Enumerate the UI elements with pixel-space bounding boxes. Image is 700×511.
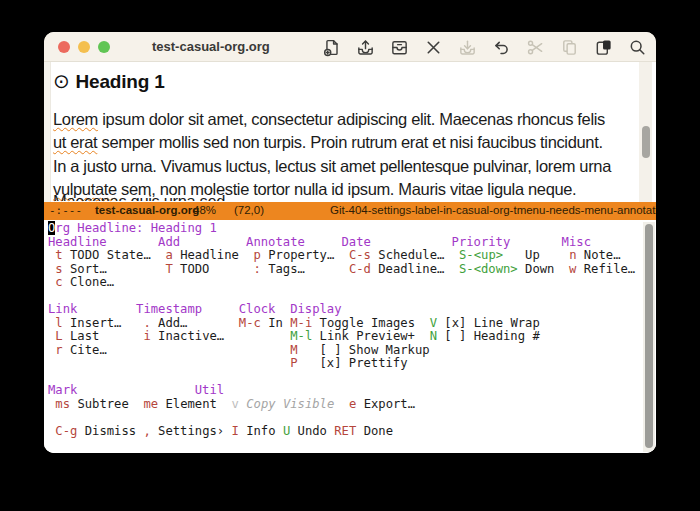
paste-icon[interactable] — [593, 37, 614, 58]
text-spacer — [151, 329, 158, 343]
text-spacer — [290, 424, 297, 438]
menu-line — [44, 411, 656, 425]
undo-icon[interactable] — [491, 37, 512, 58]
open-file-icon[interactable] — [355, 37, 376, 58]
key-cite[interactable]: r — [55, 343, 62, 357]
cut-icon — [525, 37, 546, 58]
clipped-body-line: Maecenas quis urna sed — [53, 193, 225, 201]
group-headers-2: Link Timestamp Clock Display — [48, 302, 342, 316]
label-line-wrap: [x] Line Wrap — [444, 316, 539, 330]
group-headers-3: Mark Util — [48, 383, 224, 397]
label-link-preview: Link Preview+ — [320, 329, 415, 343]
key-clone[interactable]: c — [55, 275, 62, 289]
zoom-window-button[interactable] — [98, 41, 110, 53]
key-property[interactable]: p — [254, 248, 261, 262]
key-priority-down[interactable]: S-<down> — [459, 262, 518, 276]
save-icon[interactable] — [389, 37, 410, 58]
key-priority-up[interactable]: S-<up> — [459, 248, 503, 262]
text-spacer — [121, 316, 143, 330]
body-text: In a justo urna. Vivamus luctus, lectus … — [53, 157, 611, 175]
echo-area — [44, 440, 656, 453]
label-note: Note… — [584, 248, 621, 262]
emacs-window: test-casual-org.org — [44, 32, 656, 453]
text-spacer — [540, 248, 569, 262]
key-heading-number[interactable]: N — [430, 329, 437, 343]
key-tags[interactable]: : — [254, 262, 261, 276]
text-spacer — [503, 248, 525, 262]
label-undo: Undo — [298, 424, 327, 438]
save-as-icon — [457, 37, 478, 58]
key-info[interactable]: I — [232, 424, 239, 438]
text-spacer — [63, 248, 70, 262]
modeline-buffer-name[interactable]: test-casual-org.org — [95, 204, 199, 216]
label-dismiss: Dismiss — [85, 424, 136, 438]
text-spacer — [77, 424, 84, 438]
label-sort: Sort… — [70, 262, 107, 276]
menu-line — [44, 371, 656, 385]
label-prettify: [x] Prettify — [320, 356, 408, 370]
key-schedule[interactable]: C-s — [349, 248, 371, 262]
key-last-link[interactable]: L — [55, 329, 62, 343]
label-last-link: Last — [70, 329, 99, 343]
text-spacer — [356, 397, 363, 411]
key-add-todo[interactable]: T — [165, 262, 172, 276]
close-window-button[interactable] — [58, 41, 70, 53]
label-copy-visible: Copy Visible — [246, 397, 334, 411]
key-show-markup[interactable]: M — [290, 343, 297, 357]
key-todo-state[interactable]: t — [55, 248, 62, 262]
menu-line: Org Headline: Heading 1 — [44, 222, 656, 236]
document-scrollbar-thumb[interactable] — [642, 126, 650, 158]
key-timestamp-add[interactable]: . — [143, 316, 150, 330]
text-spacer — [151, 424, 158, 438]
label-heading-number: [ ] Heading # — [444, 329, 539, 343]
key-dismiss[interactable]: C-g — [55, 424, 77, 438]
key-sort[interactable]: s — [55, 262, 62, 276]
menu-line: P [x] Prettify — [44, 357, 656, 371]
label-add-headline: Headline — [180, 248, 239, 262]
key-insert-link[interactable]: l — [55, 316, 62, 330]
label-mark-subtree: Subtree — [77, 397, 128, 411]
label-tags: Tags… — [268, 262, 305, 276]
key-link-preview[interactable]: M-l — [290, 329, 312, 343]
key-mark-element[interactable]: me — [143, 397, 158, 411]
label-clone: Clone… — [70, 275, 114, 289]
text-spacer — [312, 329, 319, 343]
menu-scrollbar-thumb[interactable] — [645, 224, 653, 448]
key-toggle-images[interactable]: M-i — [290, 316, 312, 330]
key-line-wrap[interactable]: V — [430, 316, 437, 330]
key-mark-subtree[interactable]: ms — [55, 397, 70, 411]
text-spacer — [415, 329, 430, 343]
menu-line: Link Timestamp Clock Display — [44, 303, 656, 317]
key-deadline[interactable]: C-d — [349, 262, 371, 276]
text-spacer — [297, 356, 319, 370]
text-spacer — [554, 262, 569, 276]
minimize-window-button[interactable] — [78, 41, 90, 53]
menu-line: r Cite… M [ ] Show Markup — [44, 344, 656, 358]
transient-menu: Org Headline: Heading 1Headline Add Anno… — [44, 220, 656, 453]
new-file-icon[interactable] — [321, 37, 342, 58]
text-spacer — [518, 262, 525, 276]
label-toggle-images: Toggle Images — [320, 316, 415, 330]
modeline-scroll-percent: 48% — [193, 204, 216, 216]
org-heading: ⊙Heading 1 — [53, 69, 165, 93]
text-spacer — [151, 316, 158, 330]
text-spacer — [224, 424, 231, 438]
org-body-text: Lorem ipsum dolor sit amet, consectetur … — [53, 108, 634, 201]
label-done: Done — [364, 424, 393, 438]
text-spacer — [305, 262, 349, 276]
key-settings[interactable]: , — [143, 424, 150, 438]
text-spacer — [298, 343, 320, 357]
key-add-headline[interactable]: a — [165, 248, 172, 262]
label-show-markup: [ ] Show Markup — [320, 343, 430, 357]
label-insert-link: Insert… — [70, 316, 121, 330]
left-fringe — [44, 62, 51, 202]
key-clock-in[interactable]: M-c — [239, 316, 261, 330]
text-spacer — [63, 329, 70, 343]
search-icon[interactable] — [627, 37, 648, 58]
label-settings: Settings› — [158, 424, 224, 438]
key-timestamp-inactive[interactable]: i — [143, 329, 150, 343]
key-done[interactable]: RET — [334, 424, 356, 438]
org-buffer[interactable]: ⊙Heading 1 Lorem ipsum dolor sit amet, c… — [44, 62, 656, 202]
close-icon[interactable] — [423, 37, 444, 58]
label-todo-state: TODO State… — [70, 248, 151, 262]
